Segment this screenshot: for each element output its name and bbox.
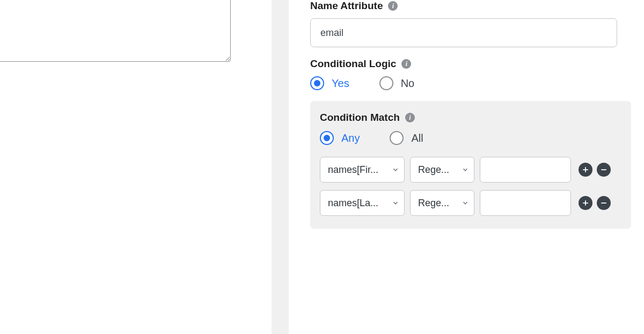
radio-dot-icon [320, 131, 334, 145]
condition-operator-select[interactable]: Rege... [410, 190, 474, 216]
condition-operator-select[interactable]: Rege... [410, 157, 474, 183]
remove-condition-button[interactable] [597, 163, 611, 177]
condition-match-any-radio[interactable]: Any [320, 131, 360, 145]
condition-match-label: Condition Match [320, 112, 400, 124]
radio-dot-icon [390, 131, 404, 145]
conditional-logic-section: Conditional Logic i Yes No [310, 58, 631, 90]
radio-label: All [411, 132, 423, 144]
info-icon[interactable]: i [388, 1, 398, 11]
minus-icon [600, 199, 608, 207]
name-attribute-label: Name Attribute [310, 0, 383, 12]
radio-label: No [401, 77, 415, 90]
radio-dot-icon [379, 76, 393, 90]
info-icon[interactable]: i [405, 113, 415, 122]
left-textarea[interactable] [0, 0, 231, 62]
condition-value-input[interactable] [480, 190, 571, 216]
condition-row: names[Fir... Rege... [320, 157, 621, 183]
name-attribute-section: Name Attribute i [310, 0, 631, 47]
radio-label: Yes [332, 77, 349, 90]
radio-dot-icon [310, 76, 324, 90]
panel-divider [272, 0, 289, 334]
radio-label: Any [341, 132, 360, 144]
plus-icon [582, 166, 589, 173]
condition-rows: names[Fir... Rege... [320, 157, 621, 216]
name-attribute-input[interactable] [310, 18, 617, 47]
condition-match-box: Condition Match i Any All na [310, 101, 631, 229]
conditional-logic-yes-radio[interactable]: Yes [310, 76, 349, 90]
add-condition-button[interactable] [579, 163, 592, 177]
add-condition-button[interactable] [579, 196, 592, 210]
condition-field-select[interactable]: names[Fir... [320, 157, 405, 183]
minus-icon [600, 166, 608, 173]
info-icon[interactable]: i [401, 59, 411, 69]
plus-icon [582, 199, 589, 207]
conditional-logic-no-radio[interactable]: No [379, 76, 415, 90]
left-panel [0, 0, 272, 334]
condition-row: names[La... Rege... [320, 190, 621, 216]
remove-condition-button[interactable] [597, 196, 611, 210]
condition-match-all-radio[interactable]: All [390, 131, 423, 145]
conditional-logic-label: Conditional Logic [310, 58, 396, 70]
condition-value-input[interactable] [480, 157, 571, 183]
settings-panel: Name Attribute i Conditional Logic i Yes… [289, 0, 644, 334]
condition-field-select[interactable]: names[La... [320, 190, 405, 216]
